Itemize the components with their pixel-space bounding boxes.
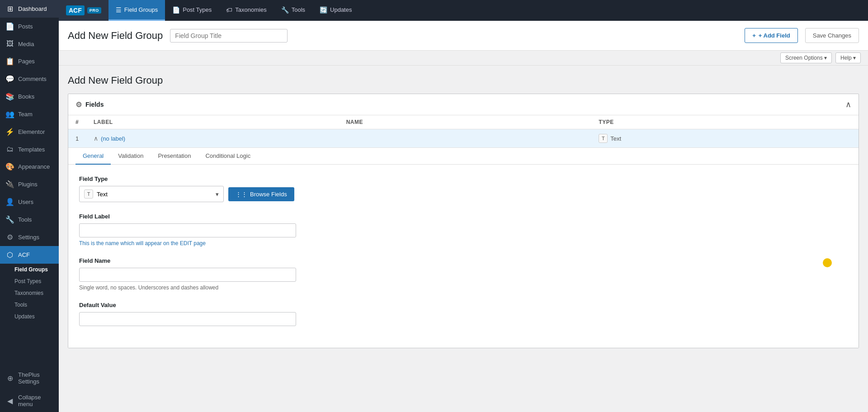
- nav-tab-label: Taxonomies: [235, 6, 266, 13]
- users-icon: 👤: [5, 198, 14, 206]
- acf-pro-badge: PRO: [87, 7, 101, 14]
- main-content: Add New Field Group ⚙ Fields ∧ # Label N…: [59, 66, 868, 412]
- sidebar-sub-post-types[interactable]: Post Types: [0, 275, 59, 287]
- sidebar-sub-field-groups[interactable]: Field Groups: [0, 264, 59, 275]
- tab-conditional-logic[interactable]: Conditional Logic: [198, 148, 258, 165]
- tools-nav-icon: 🔧: [281, 6, 289, 14]
- field-type-label: Text: [610, 135, 621, 142]
- field-type-row: T Text ▾ ⋮⋮ Browse Fields: [79, 186, 848, 202]
- field-expand-icon[interactable]: ∧: [94, 135, 98, 142]
- posts-icon: 📄: [5, 22, 14, 31]
- sidebar-item-comments[interactable]: 💬 Comments: [0, 70, 59, 88]
- default-value-input[interactable]: [79, 312, 296, 326]
- col-name: Name: [346, 119, 599, 125]
- fields-panel: ⚙ Fields ∧ # Label Name Type 1 ∧: [68, 94, 859, 348]
- sidebar-item-appearance[interactable]: 🎨 Appearance: [0, 158, 59, 175]
- col-label: Label: [94, 119, 346, 125]
- sidebar-item-label: Team: [18, 111, 33, 118]
- field-label-text: (no label): [101, 135, 125, 142]
- nav-tab-updates[interactable]: 🔄 Updates: [312, 0, 359, 21]
- fields-panel-header-left: ⚙ Fields: [75, 100, 104, 109]
- sidebar-item-templates[interactable]: 🗂 Templates: [0, 141, 59, 158]
- field-detail-panel: General Validation Presentation Conditio…: [68, 148, 859, 348]
- acf-logo: ACF PRO: [59, 0, 108, 21]
- nav-tab-tools[interactable]: 🔧 Tools: [274, 0, 312, 21]
- fields-table-header: # Label Name Type: [68, 115, 859, 129]
- field-type-form-label: Field Type: [79, 175, 848, 182]
- field-row-number: 1: [75, 135, 94, 142]
- sidebar-item-label: Templates: [18, 146, 45, 153]
- acf-logo-text: ACF: [66, 5, 85, 15]
- sidebar-item-label: Comments: [18, 76, 47, 82]
- add-field-button[interactable]: + + Add Field: [745, 28, 798, 43]
- field-type-select-icon: T: [84, 189, 93, 199]
- sidebar-item-label: Books: [18, 93, 34, 100]
- tab-presentation[interactable]: Presentation: [151, 148, 198, 165]
- detail-tabs: General Validation Presentation Conditio…: [68, 148, 859, 165]
- sidebar-sub-updates[interactable]: Updates: [0, 311, 59, 322]
- sidebar-item-label: Pages: [18, 58, 35, 65]
- sidebar-item-team[interactable]: 👥 Team: [0, 105, 59, 123]
- sidebar-item-books[interactable]: 📚 Books: [0, 88, 59, 105]
- nav-tab-post-types[interactable]: 📄 Post Types: [165, 0, 219, 21]
- theplus-icon: ⊕: [5, 374, 14, 383]
- fields-table: # Label Name Type 1 ∧ (no label) T Text: [68, 115, 859, 348]
- col-type: Type: [599, 119, 851, 125]
- sidebar-item-plugins[interactable]: 🔌 Plugins: [0, 175, 59, 193]
- sidebar-item-posts[interactable]: 📄 Posts: [0, 18, 59, 35]
- panel-collapse-button[interactable]: ∧: [845, 99, 851, 109]
- sidebar-item-settings[interactable]: ⚙ Settings: [0, 228, 59, 246]
- sidebar-item-label: Dashboard: [18, 5, 47, 12]
- chevron-down-icon: ▾: [216, 191, 219, 198]
- page-title: Add New Field Group: [68, 75, 859, 86]
- save-changes-button[interactable]: Save Changes: [805, 28, 859, 43]
- sidebar-item-theplus[interactable]: ⊕ ThePlus Settings: [0, 367, 59, 389]
- collapse-icon: ◀: [5, 397, 14, 405]
- updates-nav-icon: 🔄: [320, 6, 327, 14]
- acf-icon: ⬡: [5, 251, 14, 259]
- sidebar-item-tools[interactable]: 🔧 Tools: [0, 211, 59, 228]
- nav-tab-label: Field Groups: [124, 6, 158, 13]
- nav-tab-taxonomies[interactable]: 🏷 Taxonomies: [219, 0, 274, 21]
- field-name-input[interactable]: [79, 268, 296, 282]
- field-label-form-label: Field Label: [79, 213, 848, 220]
- sidebar-item-collapse[interactable]: ◀ Collapse menu: [0, 389, 59, 412]
- sidebar-item-users[interactable]: 👤 Users: [0, 193, 59, 211]
- sidebar-item-acf[interactable]: ⬡ ACF: [0, 246, 59, 264]
- dashboard-icon: ⊞: [5, 5, 14, 13]
- sidebar-item-label: Plugins: [18, 181, 38, 188]
- sidebar-item-label: Posts: [18, 23, 33, 30]
- field-groups-nav-icon: ☰: [116, 6, 122, 14]
- sidebar-item-label: Collapse menu: [18, 394, 53, 407]
- default-value-form-label: Default Value: [79, 302, 848, 308]
- field-type-select[interactable]: T Text ▾: [79, 186, 224, 202]
- help-button[interactable]: Help ▾: [835, 52, 861, 63]
- nav-tab-field-groups[interactable]: ☰ Field Groups: [108, 0, 165, 21]
- sidebar-item-label: Appearance: [18, 163, 50, 170]
- header-bar: Add New Field Group + + Add Field Save C…: [59, 21, 868, 51]
- screen-options-button[interactable]: Screen Options ▾: [780, 52, 832, 63]
- field-label-input[interactable]: [79, 223, 296, 237]
- add-field-icon: +: [752, 32, 756, 39]
- sidebar-item-pages[interactable]: 📋 Pages: [0, 52, 59, 70]
- sidebar-item-label: Elementor: [18, 128, 45, 135]
- taxonomies-nav-icon: 🏷: [226, 6, 232, 14]
- tab-validation[interactable]: Validation: [111, 148, 151, 165]
- sidebar-item-label: Users: [18, 199, 33, 205]
- fields-panel-label: Fields: [85, 101, 104, 108]
- sidebar-sub-tools[interactable]: Tools: [0, 299, 59, 311]
- sidebar-item-dashboard[interactable]: ⊞ Dashboard: [0, 0, 59, 18]
- settings-icon: ⚙: [5, 233, 14, 242]
- yellow-dot-decoration: [823, 258, 832, 267]
- comments-icon: 💬: [5, 75, 14, 83]
- sidebar-sub-taxonomies[interactable]: Taxonomies: [0, 287, 59, 299]
- table-row[interactable]: 1 ∧ (no label) T Text: [68, 129, 859, 148]
- field-group-title-input[interactable]: [170, 29, 288, 43]
- sidebar-item-media[interactable]: 🖼 Media: [0, 35, 59, 52]
- nav-tab-label: Tools: [292, 6, 305, 13]
- sidebar-item-label: Tools: [18, 216, 32, 223]
- field-type-icon: T: [599, 134, 608, 143]
- tab-general[interactable]: General: [75, 148, 111, 165]
- sidebar-item-elementor[interactable]: ⚡ Elementor: [0, 123, 59, 141]
- browse-fields-button[interactable]: ⋮⋮ Browse Fields: [228, 187, 294, 201]
